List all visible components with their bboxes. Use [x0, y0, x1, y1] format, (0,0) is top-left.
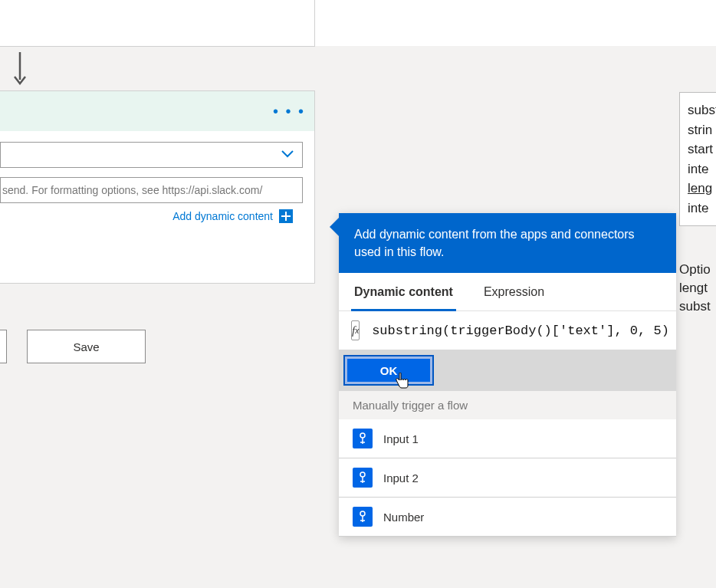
flyout-caret-icon: [330, 218, 339, 236]
trigger-icon: [353, 468, 373, 488]
add-dynamic-content-link[interactable]: Add dynamic content: [172, 210, 273, 222]
token-input-2[interactable]: Input 2: [339, 458, 676, 498]
fx-icon: fx: [351, 320, 360, 340]
ok-button[interactable]: OK: [345, 356, 432, 384]
message-text-input[interactable]: send. For formatting options, see https:…: [0, 177, 303, 203]
save-button-label: Save: [73, 340, 99, 353]
action-card-header: • • •: [0, 91, 314, 131]
token-input-1[interactable]: Input 1: [339, 419, 676, 458]
chevron-down-icon: [281, 148, 294, 162]
message-placeholder: send. For formatting options, see https:…: [1, 184, 262, 196]
token-number[interactable]: Number: [339, 498, 676, 537]
action-menu-button[interactable]: • • •: [273, 103, 305, 120]
token-label: Input 2: [383, 471, 419, 485]
partial-button[interactable]: [0, 330, 7, 363]
ok-bar: OK: [339, 350, 676, 391]
ok-button-label: OK: [380, 364, 398, 377]
tab-expression[interactable]: Expression: [468, 273, 560, 310]
flyout-header: Add dynamic content from the apps and co…: [339, 213, 676, 273]
signature-tooltip-desc: Optio lengt subst: [679, 261, 716, 315]
signature-tooltip: subst strin start inte leng inte: [679, 92, 716, 226]
add-dynamic-content-icon[interactable]: [279, 209, 293, 223]
expression-row: fx substring(triggerBody()['text'], 0, 5…: [339, 311, 676, 350]
token-label: Input 1: [383, 432, 419, 445]
previous-action-card: [0, 0, 315, 47]
svg-point-6: [360, 472, 365, 477]
dynamic-content-flyout: Add dynamic content from the apps and co…: [339, 213, 676, 537]
action-card: • • • send. For formatting options, see …: [0, 90, 315, 284]
token-list: Input 1 Input 2 Number: [339, 419, 676, 537]
svg-rect-2: [285, 212, 287, 221]
channel-select[interactable]: [0, 142, 303, 168]
svg-point-9: [360, 511, 365, 516]
flyout-tabs: Dynamic content Expression: [339, 273, 676, 311]
save-button[interactable]: Save: [27, 330, 146, 363]
svg-point-3: [360, 433, 365, 438]
tab-dynamic-content[interactable]: Dynamic content: [339, 273, 468, 310]
expression-input[interactable]: substring(triggerBody()['text'], 0, 5): [372, 324, 669, 338]
trigger-icon: [353, 429, 373, 448]
token-section-label: Manually trigger a flow: [339, 391, 676, 419]
trigger-icon: [353, 507, 373, 527]
token-label: Number: [383, 511, 424, 524]
flow-connector-arrow: [13, 52, 27, 86]
